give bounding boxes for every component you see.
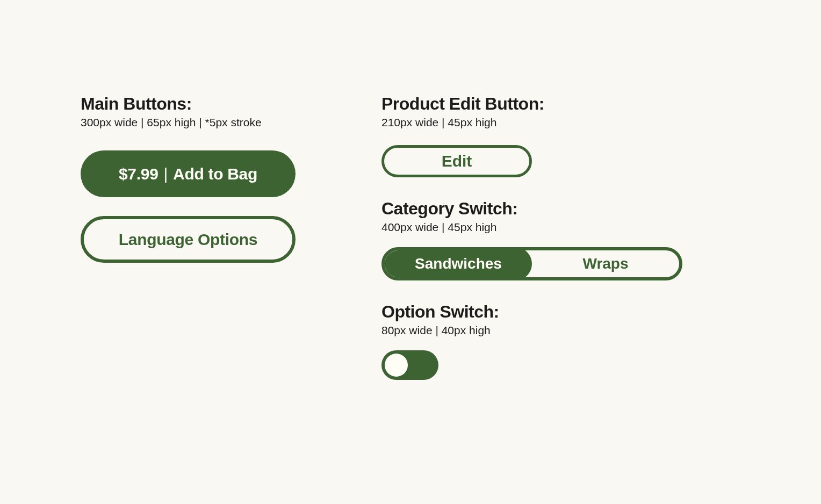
category-switch-title: Category Switch: [381, 199, 704, 219]
add-to-bag-action: Add to Bag [173, 165, 257, 183]
main-buttons-spec: 300px wide | 65px high | *5px stroke [81, 116, 306, 129]
add-to-bag-button[interactable]: $7.99 | Add to Bag [81, 150, 296, 197]
option-switch-knob [385, 354, 408, 377]
product-edit-title: Product Edit Button: [381, 94, 704, 114]
language-options-label: Language Options [119, 231, 258, 249]
add-to-bag-divider: | [164, 165, 168, 183]
category-switch-spec: 400px wide | 45px high [381, 221, 704, 234]
category-switch-option-wraps[interactable]: Wraps [532, 250, 679, 277]
category-switch-option-sandwiches[interactable]: Sandwiches [385, 250, 532, 277]
category-switch-option-1-label: Wraps [582, 255, 628, 272]
category-switch-option-0-label: Sandwiches [415, 255, 502, 272]
option-switch-title: Option Switch: [381, 302, 704, 322]
edit-button-label: Edit [442, 152, 472, 170]
option-switch-spec: 80px wide | 40px high [381, 324, 704, 337]
main-buttons-title: Main Buttons: [81, 94, 306, 114]
product-edit-spec: 210px wide | 45px high [381, 116, 704, 129]
edit-button[interactable]: Edit [381, 145, 532, 177]
option-switch-section: Option Switch: 80px wide | 40px high [381, 302, 704, 380]
option-switch-toggle[interactable] [381, 350, 438, 380]
main-buttons-section: Main Buttons: 300px wide | 65px high | *… [81, 94, 306, 263]
product-edit-section: Product Edit Button: 210px wide | 45px h… [381, 94, 704, 177]
category-switch-section: Category Switch: 400px wide | 45px high … [381, 199, 704, 280]
language-options-button[interactable]: Language Options [81, 216, 296, 263]
category-switch[interactable]: Sandwiches Wraps [381, 247, 682, 280]
add-to-bag-price: $7.99 [119, 165, 159, 183]
